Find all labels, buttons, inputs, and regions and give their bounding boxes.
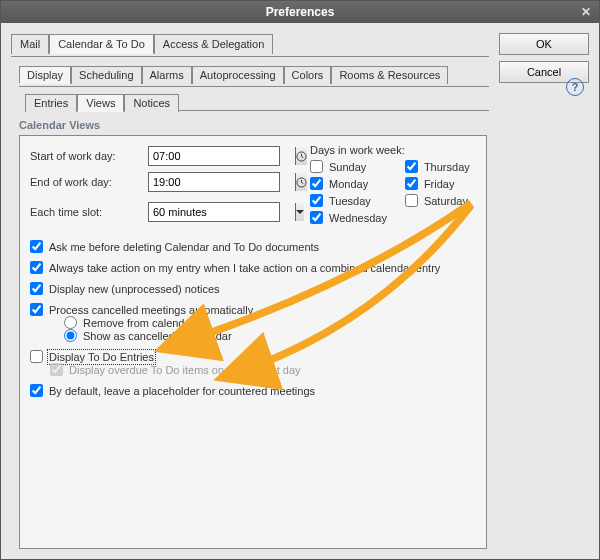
- ok-button[interactable]: OK: [499, 33, 589, 55]
- tabs-top: Mail Calendar & To Do Access & Delegatio…: [11, 33, 489, 53]
- label-end: End of work day:: [30, 176, 140, 188]
- opt-display-new-checkbox[interactable]: [30, 282, 43, 295]
- opt-ask-delete-checkbox[interactable]: [30, 240, 43, 253]
- section-title: Calendar Views: [19, 119, 489, 131]
- tabs-inner: Entries Views Notices: [25, 93, 489, 111]
- label-slot: Each time slot:: [30, 206, 140, 218]
- opt-always-action[interactable]: Always take action on my entry when I ta…: [30, 261, 476, 274]
- end-time-field[interactable]: [148, 172, 280, 192]
- clock-icon[interactable]: [295, 173, 307, 191]
- radio-remove-input[interactable]: [64, 316, 77, 329]
- day-monday-checkbox[interactable]: [310, 177, 323, 190]
- radio-remove[interactable]: Remove from calendar: [64, 316, 476, 329]
- tab-scheduling[interactable]: Scheduling: [71, 66, 141, 84]
- calendar-views-panel: Start of work day: End of work day:: [19, 135, 487, 549]
- day-monday[interactable]: Monday: [310, 177, 387, 190]
- tab-notices[interactable]: Notices: [124, 94, 179, 112]
- opt-display-new[interactable]: Display new (unprocessed) notices: [30, 282, 476, 295]
- label-start: Start of work day:: [30, 150, 140, 162]
- day-friday-checkbox[interactable]: [405, 177, 418, 190]
- opt-display-overdue: Display overdue To Do items on the curre…: [50, 363, 476, 376]
- opt-process-cancelled[interactable]: Process cancelled meetings automatically: [30, 303, 476, 316]
- close-icon[interactable]: ✕: [579, 5, 593, 19]
- days-in-work-week: Days in work week: Sunday Thursday Monda…: [310, 144, 470, 224]
- start-time-input[interactable]: [149, 148, 295, 164]
- day-thursday[interactable]: Thursday: [405, 160, 470, 173]
- tab-autoprocessing[interactable]: Autoprocessing: [192, 66, 284, 84]
- end-time-input[interactable]: [149, 174, 295, 190]
- day-tuesday-checkbox[interactable]: [310, 194, 323, 207]
- label-days: Days in work week:: [310, 144, 470, 156]
- day-sunday-checkbox[interactable]: [310, 160, 323, 173]
- tab-display[interactable]: Display: [19, 66, 71, 84]
- opt-ask-delete[interactable]: Ask me before deleting Calendar and To D…: [30, 240, 476, 253]
- day-wednesday[interactable]: Wednesday: [310, 211, 387, 224]
- tabs-mid: Display Scheduling Alarms Autoprocessing…: [19, 65, 489, 83]
- opt-process-cancelled-checkbox[interactable]: [30, 303, 43, 316]
- tab-rooms[interactable]: Rooms & Resources: [331, 66, 448, 84]
- start-time-field[interactable]: [148, 146, 280, 166]
- opt-placeholder-checkbox[interactable]: [30, 384, 43, 397]
- help-icon[interactable]: ?: [566, 78, 584, 96]
- opt-display-todo-checkbox[interactable]: [30, 350, 43, 363]
- tab-calendar[interactable]: Calendar & To Do: [49, 34, 154, 54]
- window-title: Preferences: [266, 5, 335, 19]
- titlebar: Preferences ✕: [1, 1, 599, 23]
- opt-always-action-checkbox[interactable]: [30, 261, 43, 274]
- chevron-down-icon[interactable]: [295, 203, 304, 221]
- day-tuesday[interactable]: Tuesday: [310, 194, 387, 207]
- day-saturday-checkbox[interactable]: [405, 194, 418, 207]
- tab-colors[interactable]: Colors: [284, 66, 332, 84]
- day-thursday-checkbox[interactable]: [405, 160, 418, 173]
- tab-entries[interactable]: Entries: [25, 94, 77, 112]
- opt-display-overdue-checkbox: [50, 363, 63, 376]
- radio-show-cancelled[interactable]: Show as cancelled in calendar: [64, 329, 476, 342]
- radio-show-cancelled-input[interactable]: [64, 329, 77, 342]
- tab-access[interactable]: Access & Delegation: [154, 34, 274, 54]
- clock-icon[interactable]: [295, 147, 307, 165]
- day-friday[interactable]: Friday: [405, 177, 470, 190]
- timeslot-select[interactable]: [148, 202, 280, 222]
- opt-display-todo[interactable]: Display To Do Entries: [30, 350, 476, 363]
- day-sunday[interactable]: Sunday: [310, 160, 387, 173]
- tab-views[interactable]: Views: [77, 94, 124, 112]
- day-wednesday-checkbox[interactable]: [310, 211, 323, 224]
- preferences-window: Preferences ✕ ? Mail Calendar & To Do Ac…: [0, 0, 600, 560]
- tab-mail[interactable]: Mail: [11, 34, 49, 54]
- day-saturday[interactable]: Saturday: [405, 194, 470, 207]
- tab-alarms[interactable]: Alarms: [142, 66, 192, 84]
- opt-placeholder[interactable]: By default, leave a placeholder for coun…: [30, 384, 476, 397]
- timeslot-input[interactable]: [149, 204, 295, 220]
